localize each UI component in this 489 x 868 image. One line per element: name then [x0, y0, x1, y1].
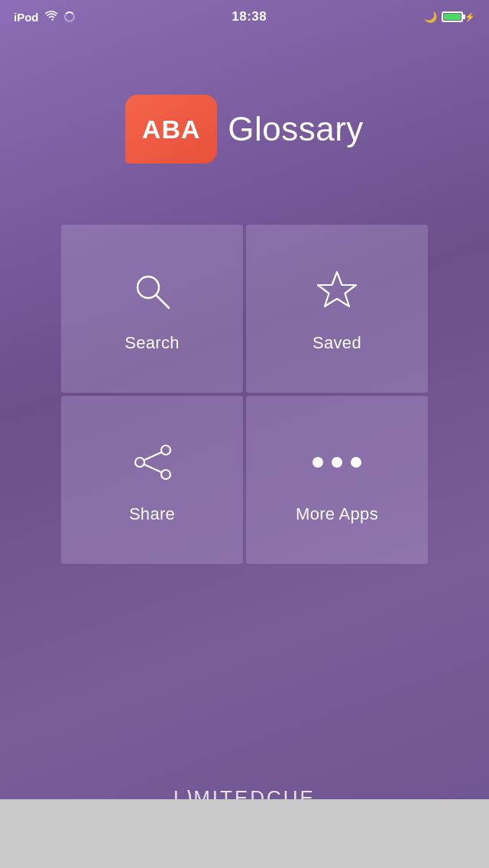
status-bar: iPod 18:38 🌙 ⚡ — [0, 0, 489, 34]
status-left: iPod — [14, 11, 75, 24]
svg-point-5 — [161, 470, 170, 479]
moon-icon: 🌙 — [424, 11, 437, 23]
glossary-title: Glossary — [228, 110, 364, 148]
status-time: 18:38 — [232, 9, 267, 24]
share-icon — [125, 436, 179, 489]
search-button[interactable]: Search — [61, 225, 243, 393]
search-icon — [125, 264, 179, 318]
home-bar — [0, 799, 489, 868]
saved-label: Saved — [313, 333, 361, 353]
wifi-icon — [45, 11, 58, 24]
battery-container: ⚡ — [442, 11, 475, 22]
svg-line-7 — [144, 465, 161, 472]
svg-line-6 — [144, 452, 161, 460]
share-button[interactable]: Share — [61, 396, 243, 564]
more-apps-button[interactable]: More Apps — [246, 396, 428, 564]
status-right: 🌙 ⚡ — [424, 11, 475, 23]
dots-icon — [310, 436, 364, 489]
loading-spinner — [64, 11, 75, 22]
saved-button[interactable]: Saved — [246, 225, 428, 393]
battery-fill — [444, 14, 461, 20]
svg-point-9 — [332, 458, 342, 467]
main-screen: iPod 18:38 🌙 ⚡ ABA Glo — [0, 0, 489, 868]
bolt-icon: ⚡ — [465, 12, 475, 22]
svg-marker-2 — [318, 272, 356, 306]
star-icon — [310, 264, 364, 318]
aba-badge: ABA — [125, 95, 217, 164]
svg-point-10 — [351, 458, 361, 467]
svg-line-1 — [156, 295, 169, 308]
more-apps-label: More Apps — [296, 504, 378, 524]
svg-point-3 — [161, 445, 170, 455]
search-label: Search — [125, 333, 180, 353]
device-label: iPod — [14, 11, 39, 24]
svg-point-4 — [135, 458, 144, 467]
battery-icon — [442, 11, 463, 22]
svg-point-8 — [313, 458, 322, 467]
share-label: Share — [129, 504, 175, 524]
logo-area: ABA Glossary — [125, 95, 364, 164]
grid-container: Search Saved Share — [61, 225, 428, 564]
